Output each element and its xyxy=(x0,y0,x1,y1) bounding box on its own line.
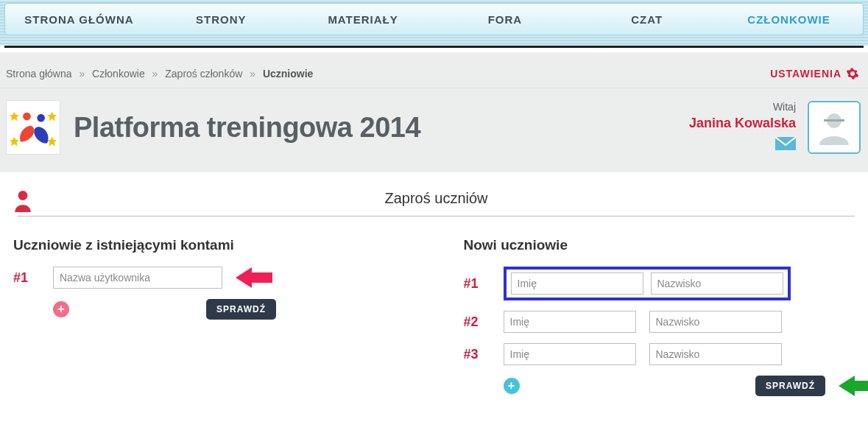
new-students-heading: Nowi uczniowie xyxy=(464,237,855,253)
nav-divider xyxy=(4,46,864,48)
add-existing-row-button[interactable]: + xyxy=(53,301,69,317)
svg-point-4 xyxy=(23,113,31,121)
settings-link[interactable]: USTAWIENIA xyxy=(770,67,859,80)
breadcrumb-members[interactable]: Członkowie xyxy=(92,68,145,80)
row-number: #2 xyxy=(464,314,490,330)
avatar[interactable] xyxy=(808,101,861,154)
breadcrumb: Strona główna » Członkowie » Zaproś czło… xyxy=(6,68,313,80)
username-input[interactable] xyxy=(53,267,222,289)
nav-item-materials[interactable]: MATERIAŁY xyxy=(294,13,433,26)
breadcrumb-home[interactable]: Strona główna xyxy=(6,68,72,80)
first-name-input[interactable] xyxy=(511,272,643,295)
invite-section-title: Zaproś uczniów xyxy=(18,190,855,216)
last-name-input[interactable] xyxy=(651,272,783,295)
svg-point-5 xyxy=(37,114,45,122)
existing-accounts-heading: Uczniowie z istniejącymi kontami xyxy=(13,237,405,253)
svg-marker-2 xyxy=(10,137,19,147)
page-title: Platforma treningowa 2014 xyxy=(74,112,420,144)
check-new-button[interactable]: SPRAWDŹ xyxy=(755,376,825,396)
last-name-input[interactable] xyxy=(649,343,782,365)
row-number: #1 xyxy=(464,276,490,292)
settings-label: USTAWIENIA xyxy=(770,68,841,80)
row-number: #1 xyxy=(13,270,40,286)
annotation-highlight-box xyxy=(504,267,791,300)
svg-marker-1 xyxy=(47,112,57,122)
breadcrumb-current: Uczniowie xyxy=(263,68,313,80)
user-name[interactable]: Janina Kowalska xyxy=(689,116,796,131)
last-name-input[interactable] xyxy=(649,311,782,333)
annotation-arrow-green xyxy=(839,376,855,396)
mail-icon[interactable] xyxy=(775,137,796,153)
first-name-input[interactable] xyxy=(504,311,636,333)
add-new-row-button[interactable]: + xyxy=(504,378,520,394)
row-number: #3 xyxy=(464,347,490,362)
nav-item-pages[interactable]: STRONY xyxy=(152,13,291,26)
nav-item-chat[interactable]: CZAT xyxy=(577,13,716,26)
first-name-input[interactable] xyxy=(504,343,636,365)
check-existing-button[interactable]: SPRAWDŹ xyxy=(206,299,276,320)
greeting-label: Witaj xyxy=(773,101,796,113)
svg-marker-0 xyxy=(10,112,19,122)
gear-icon xyxy=(846,67,859,80)
annotation-arrow-pink xyxy=(236,267,252,288)
platform-logo xyxy=(6,100,60,155)
main-nav: STRONA GŁÓWNA STRONY MATERIAŁY FORA CZAT… xyxy=(4,3,864,35)
svg-marker-3 xyxy=(47,137,57,147)
nav-item-home[interactable]: STRONA GŁÓWNA xyxy=(10,13,149,26)
breadcrumb-invite[interactable]: Zaproś członków xyxy=(165,68,242,80)
nav-item-members[interactable]: CZŁONKOWIE xyxy=(719,13,858,26)
svg-rect-8 xyxy=(824,119,844,122)
nav-item-forums[interactable]: FORA xyxy=(435,13,574,26)
